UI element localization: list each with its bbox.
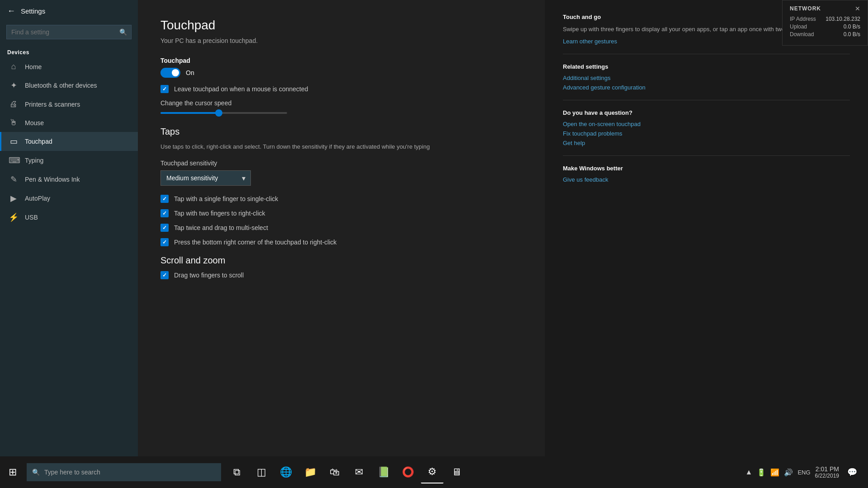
autoplay-icon: ▶ [9, 193, 19, 203]
two-finger-tap-label: Tap with two fingers to right-click [174, 210, 265, 217]
clock-time: 2:01 PM [816, 465, 839, 473]
sensitivity-label: Touchpad sensitivity [160, 160, 522, 167]
divider-3 [563, 155, 850, 156]
slider-fill [160, 112, 219, 114]
search-input[interactable] [6, 25, 132, 39]
divider-1 [563, 54, 850, 54]
slider-thumb[interactable] [215, 109, 222, 117]
sidebar-item-printers[interactable]: 🖨 Printers & scanners [0, 95, 138, 113]
pen-icon: ✎ [9, 174, 19, 184]
taskbar-task-view[interactable]: ⧉ [226, 461, 248, 483]
touchpad-toggle[interactable] [160, 68, 180, 78]
edge-icon: 🌐 [280, 466, 292, 478]
usb-icon: ⚡ [9, 212, 19, 222]
taps-section-title: Taps [160, 127, 522, 137]
sidebar-item-touchpad[interactable]: ▭ Touchpad [0, 132, 138, 151]
sidebar-item-home[interactable]: ⌂ Home [0, 57, 138, 76]
upload-row: Upload 0.0 B/s [790, 23, 860, 30]
explorer-icon: 📁 [304, 466, 316, 478]
sidebar-item-autoplay[interactable]: ▶ AutoPlay [0, 189, 138, 208]
tray-up-arrow[interactable]: ▲ [745, 468, 753, 476]
bottom-right-checkbox[interactable]: ✓ [160, 238, 169, 246]
feedback-link[interactable]: Give us feedback [563, 176, 850, 183]
get-help-link[interactable]: Get help [563, 140, 850, 146]
battery-icon[interactable]: 🔋 [757, 468, 766, 477]
sidebar-item-touchpad-label: Touchpad [25, 138, 52, 145]
volume-icon[interactable]: 🔊 [784, 468, 793, 477]
network-popup: NETWORK ✕ IP Address 103.10.28.232 Uploa… [782, 0, 868, 46]
taskbar-mail[interactable]: ✉ [348, 461, 370, 483]
language-indicator[interactable]: ENG [797, 469, 810, 476]
download-row: Download 0.0 B/s [790, 31, 860, 38]
toggle-on-label: On [186, 69, 194, 76]
sidebar: ← Settings 🔍 Devices ⌂ Home ✦ Bluetooth … [0, 0, 138, 456]
advanced-gesture-link[interactable]: Advanced gesture configuration [563, 84, 850, 91]
back-button[interactable]: ← Settings [0, 0, 138, 22]
devices-section-label: Devices [0, 47, 138, 57]
drag-scroll-label: Drag two fingers to scroll [174, 272, 244, 279]
divider-2 [563, 100, 850, 100]
bottom-right-corner-row: ✓ Press the bottom right corner of the t… [160, 238, 522, 246]
ip-row: IP Address 103.10.28.232 [790, 16, 860, 22]
leave-touchpad-checkbox[interactable]: ✓ [160, 85, 169, 93]
additional-settings-link[interactable]: Additional settings [563, 75, 850, 81]
download-label: Download [790, 31, 814, 38]
check-icon: ✓ [162, 196, 167, 202]
related-settings-title: Related settings [563, 63, 850, 70]
drag-scroll-row: ✓ Drag two fingers to scroll [160, 271, 522, 279]
drag-scroll-checkbox[interactable]: ✓ [160, 271, 169, 279]
touchpad-icon: ▭ [9, 136, 19, 146]
bluetooth-icon: ✦ [9, 80, 19, 90]
sidebar-item-printers-label: Printers & scanners [25, 101, 80, 108]
taskbar-store[interactable]: 🛍 [323, 461, 346, 483]
taskbar-timeline[interactable]: ◫ [250, 461, 273, 483]
tray-icons: ▲ 🔋 📶 🔊 [745, 468, 793, 477]
fix-touchpad-link[interactable]: Fix touchpad problems [563, 130, 850, 137]
tray-time[interactable]: 2:01 PM 6/22/2019 [815, 465, 839, 479]
settings-icon: ⚙ [428, 466, 437, 478]
sidebar-item-usb[interactable]: ⚡ USB [0, 208, 138, 227]
make-better-title: Make Windows better [563, 165, 850, 172]
sidebar-item-bluetooth[interactable]: ✦ Bluetooth & other devices [0, 76, 138, 95]
taskbar-green-app[interactable]: 📗 [372, 461, 395, 483]
sidebar-item-mouse-label: Mouse [25, 119, 44, 127]
question-title: Do you have a question? [563, 109, 850, 116]
taskbar: ⊞ 🔍 Type here to search ⧉ ◫ 🌐 📁 🛍 ✉ 📗 ⭕ [0, 456, 868, 488]
ip-label: IP Address [790, 16, 816, 22]
notification-button[interactable]: 💬 [844, 464, 861, 481]
page-title: Touchpad [160, 18, 522, 33]
double-tap-drag-checkbox[interactable]: ✓ [160, 224, 169, 232]
start-button[interactable]: ⊞ [0, 456, 25, 488]
home-icon: ⌂ [9, 62, 19, 71]
taskbar-edge[interactable]: 🌐 [274, 461, 297, 483]
taskbar-tray: ▲ 🔋 📶 🔊 ENG 2:01 PM 6/22/2019 💬 [745, 464, 868, 481]
store-icon: 🛍 [330, 466, 340, 478]
sidebar-item-autoplay-label: AutoPlay [25, 195, 50, 202]
precision-touchpad-subtitle: Your PC has a precision touchpad. [160, 37, 522, 44]
taskbar-display[interactable]: 🖥 [445, 461, 468, 483]
sensitivity-dropdown[interactable]: Most sensitive High sensitivity Medium s… [160, 170, 251, 186]
ip-value: 103.10.28.232 [826, 16, 860, 22]
wifi-icon[interactable]: 📶 [770, 468, 779, 477]
double-tap-drag-label: Tap twice and drag to multi-select [174, 224, 268, 231]
leave-touchpad-row: ✓ Leave touchpad on when a mouse is conn… [160, 85, 522, 93]
mouse-icon: 🖱 [9, 118, 19, 127]
sidebar-item-mouse[interactable]: 🖱 Mouse [0, 113, 138, 132]
cursor-speed-slider-track[interactable] [160, 112, 287, 114]
taskbar-opera[interactable]: ⭕ [396, 461, 419, 483]
taskbar-settings-active[interactable]: ⚙ [421, 461, 443, 483]
sidebar-item-typing-label: Typing [25, 157, 43, 164]
timeline-icon: ◫ [257, 466, 266, 478]
two-finger-tap-checkbox[interactable]: ✓ [160, 209, 169, 217]
right-panel: Touch and go Swipe up with three fingers… [545, 0, 868, 456]
sidebar-item-typing[interactable]: ⌨ Typing [0, 151, 138, 170]
network-close-button[interactable]: ✕ [855, 5, 860, 12]
taskbar-search-bar[interactable]: 🔍 Type here to search [27, 463, 221, 481]
single-tap-checkbox[interactable]: ✓ [160, 195, 169, 203]
sidebar-item-pen[interactable]: ✎ Pen & Windows Ink [0, 170, 138, 189]
open-touchpad-link[interactable]: Open the on-screen touchpad [563, 121, 850, 127]
taskbar-explorer[interactable]: 📁 [299, 461, 321, 483]
check-icon: ✓ [162, 225, 167, 231]
search-box: 🔍 [6, 25, 132, 39]
sidebar-title: Settings [21, 7, 45, 15]
